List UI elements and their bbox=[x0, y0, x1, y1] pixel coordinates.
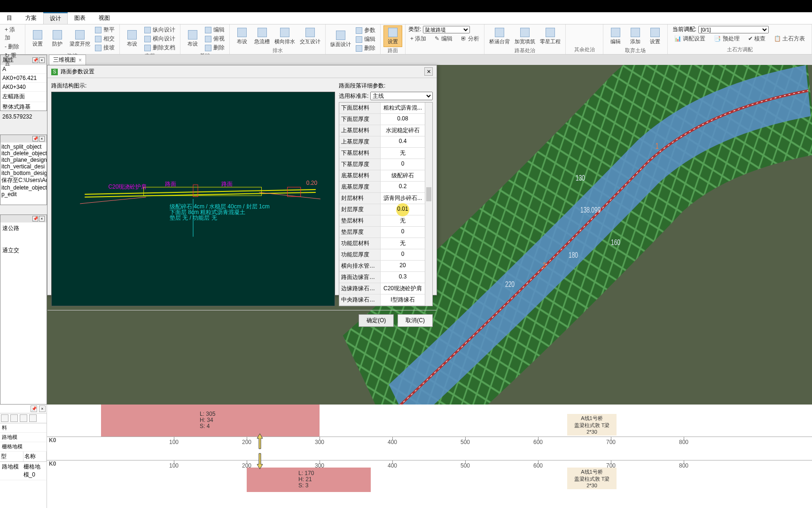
list-item[interactable]: 料 bbox=[0, 423, 47, 433]
param-row[interactable]: 横向排水管布...20 bbox=[339, 261, 425, 272]
param-row[interactable]: 中央路缘石类型I型路缘石 bbox=[339, 294, 425, 306]
transverse-design-button[interactable]: 横向设计 bbox=[142, 34, 177, 43]
param-row[interactable]: 封层厚度0.01 bbox=[339, 204, 425, 215]
list-item[interactable]: 路地模 bbox=[0, 433, 47, 442]
params-table[interactable]: 下面层材料粗粒式沥青混...下面层厚度0.08上基层材料水泥稳定碎石上基层厚度0… bbox=[339, 103, 425, 306]
tool-icon[interactable] bbox=[1, 414, 8, 422]
param-row[interactable]: 上基层厚度0.4 bbox=[339, 136, 425, 148]
topview-button[interactable]: 俯视 bbox=[203, 34, 226, 43]
param-row[interactable]: 封层材料沥青同步碎石... bbox=[339, 193, 425, 204]
param-value[interactable]: 0.3 bbox=[381, 272, 425, 283]
settings-button[interactable]: 设置 bbox=[28, 28, 47, 50]
misc-works-button[interactable]: 零星工程 bbox=[538, 25, 562, 47]
param-value[interactable]: 无 bbox=[381, 238, 425, 249]
param-value[interactable]: 水泥稳定碎石 bbox=[381, 125, 425, 136]
param-value[interactable]: 0.08 bbox=[381, 114, 425, 125]
param-row[interactable]: 下基层厚度0 bbox=[339, 159, 425, 170]
add-button[interactable]: 添加 bbox=[626, 25, 645, 47]
param-row[interactable]: 下基层材料无 bbox=[339, 148, 425, 159]
close-tab-icon[interactable]: × bbox=[78, 57, 82, 64]
scrollbar[interactable] bbox=[425, 103, 432, 306]
param-row[interactable]: 底基层厚度0.2 bbox=[339, 182, 425, 193]
intersect-button[interactable]: 相交 bbox=[93, 34, 117, 43]
pin-icon[interactable]: 📌 bbox=[32, 136, 38, 142]
param-row[interactable]: 底基层材料级配碎石 bbox=[339, 170, 425, 182]
param-row[interactable]: 功能层厚度0 bbox=[339, 249, 425, 261]
settings-button[interactable]: 设置 bbox=[646, 25, 664, 47]
params-button[interactable]: 参数 bbox=[354, 26, 377, 35]
menu-item[interactable]: 方案 bbox=[19, 12, 43, 24]
list-item[interactable]: 栅格地模 bbox=[0, 442, 47, 452]
param-value[interactable]: 粗粒式沥青混... bbox=[381, 103, 425, 113]
beam-excavation-button[interactable]: 梁度开挖 bbox=[68, 28, 92, 50]
chute-button[interactable]: 急流槽 bbox=[252, 25, 272, 47]
profile-design-button[interactable]: 纵面设计 bbox=[328, 29, 353, 50]
param-row[interactable]: 垫层材料无 bbox=[339, 215, 425, 227]
edit-button[interactable]: 编辑 bbox=[354, 35, 377, 44]
close-icon[interactable]: × bbox=[39, 136, 45, 142]
protection-button[interactable]: 防护 bbox=[48, 28, 67, 50]
menu-item[interactable]: 目 bbox=[0, 12, 19, 24]
reset-button[interactable]: ↻ 重置 bbox=[3, 51, 22, 68]
standard-library-select[interactable]: 主线 bbox=[370, 92, 433, 100]
tab-3d-view[interactable]: 三维视图× bbox=[49, 55, 86, 65]
close-icon[interactable]: × bbox=[39, 57, 45, 63]
longitudinal-design-button[interactable]: 纵向设计 bbox=[142, 25, 177, 34]
pin-icon[interactable]: 📌 bbox=[32, 216, 38, 222]
bridge-marker[interactable]: A线1号桥盖梁柱式敦 T梁2*30 bbox=[567, 414, 617, 436]
param-row[interactable]: 上基层材料水泥稳定碎石 bbox=[339, 125, 425, 136]
param-value[interactable]: 0.01 bbox=[381, 204, 425, 215]
add-button[interactable]: + 添加 bbox=[408, 34, 428, 43]
param-value[interactable]: 无 bbox=[381, 148, 425, 159]
pin-icon[interactable]: 📌 bbox=[32, 57, 38, 63]
interactive-design-button[interactable]: 交互设计 bbox=[298, 25, 322, 47]
param-value[interactable]: 20 bbox=[381, 261, 425, 271]
param-value[interactable]: I型路缘石 bbox=[381, 294, 425, 305]
edit-button[interactable]: 编辑 bbox=[203, 25, 226, 34]
layout-button[interactable]: 布设 bbox=[183, 28, 202, 50]
ok-button[interactable]: 确定(O) bbox=[359, 314, 394, 327]
structure-diagram-canvas[interactable]: 级配碎石 4cm / 水稳层 40cm / 封层 1cm 下面层 8cm 粗粒式… bbox=[51, 92, 335, 306]
dialog-close-button[interactable]: ✕ bbox=[424, 67, 433, 76]
timeline-segment-b[interactable]: L: 170H: 21S: 3 bbox=[247, 468, 371, 492]
param-row[interactable]: 垫层厚度0 bbox=[339, 227, 425, 238]
delete-button[interactable]: 删除 bbox=[354, 44, 377, 53]
delete-button[interactable]: - 删除 bbox=[3, 42, 22, 51]
param-row[interactable]: 功能层材料无 bbox=[339, 238, 425, 249]
check-button[interactable]: ✔ 核查 bbox=[746, 34, 767, 43]
layout-button[interactable]: 布设 bbox=[233, 25, 251, 47]
cancel-button[interactable]: 取消(C) bbox=[398, 314, 433, 327]
pavement-settings-button[interactable]: 设置 bbox=[383, 25, 402, 47]
scrollbar-thumb[interactable] bbox=[426, 187, 431, 201]
add-button[interactable]: + 添加 bbox=[3, 25, 22, 42]
pin-icon[interactable]: 📌 bbox=[31, 405, 37, 412]
allocation-select[interactable]: [0/1] bbox=[698, 26, 769, 33]
param-value[interactable]: 0.4 bbox=[381, 136, 425, 147]
param-row[interactable]: 下面层厚度0.08 bbox=[339, 114, 425, 125]
param-value[interactable]: 级配碎石 bbox=[381, 170, 425, 181]
param-value[interactable]: 0.2 bbox=[381, 182, 425, 192]
param-value[interactable]: 0 bbox=[381, 249, 425, 260]
param-value[interactable]: 0 bbox=[381, 227, 425, 238]
menu-item-active[interactable]: 设计 bbox=[43, 12, 68, 24]
close-icon[interactable]: × bbox=[39, 405, 46, 412]
menu-item[interactable]: 图表 bbox=[68, 12, 92, 24]
param-value[interactable]: C20现浇砼护肩 bbox=[381, 283, 425, 294]
type-select[interactable]: 陡坡路堤 bbox=[423, 26, 470, 33]
layout-button[interactable]: 布设 bbox=[123, 28, 141, 50]
widening-fill-button[interactable]: 加宽填筑 bbox=[513, 25, 537, 47]
timeline-area[interactable]: 📌× 料 路地模 栅格地模 型名称 路地模栅格地模_0 L: 305H: 34S… bbox=[0, 405, 812, 508]
join-slope-button[interactable]: 接坡 bbox=[93, 43, 117, 52]
edit-button[interactable]: 编辑 bbox=[606, 25, 625, 47]
tool-icon[interactable] bbox=[29, 414, 37, 422]
earthwork-table-button[interactable]: 📋 土石方表 bbox=[772, 34, 807, 43]
bridge-marker[interactable]: A线1号桥盖梁柱式敦 T梁2*30 bbox=[567, 468, 617, 489]
param-value[interactable]: 0 bbox=[381, 159, 425, 170]
analyze-button[interactable]: ⛨ 分析 bbox=[459, 34, 481, 43]
bridge-backfill-button[interactable]: 桥涵台背 bbox=[487, 25, 512, 47]
delete-support-button[interactable]: 删除支档 bbox=[142, 43, 177, 52]
preprocess-button[interactable]: 📑 预处理 bbox=[712, 34, 741, 43]
delete-button[interactable]: 删除 bbox=[203, 43, 226, 52]
timeline-segment-a[interactable]: L: 305H: 34S: 4 bbox=[101, 405, 320, 437]
param-value[interactable]: 无 bbox=[381, 215, 425, 226]
